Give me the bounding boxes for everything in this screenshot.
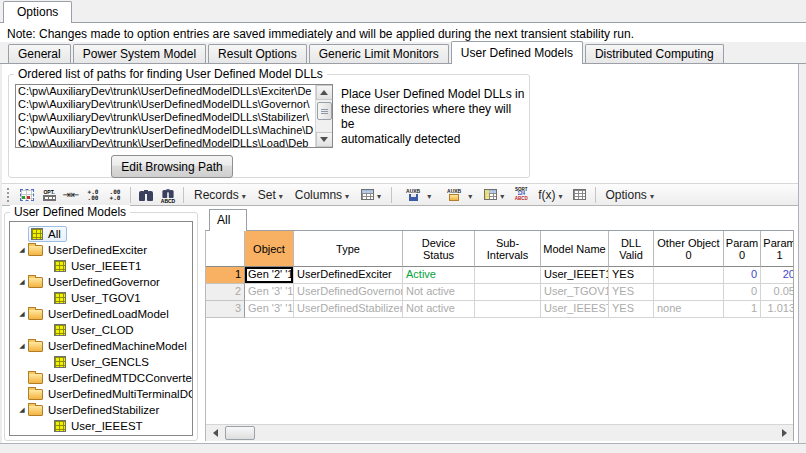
tree-item-folder[interactable]: UserDefinedStabilizer: [10, 402, 192, 418]
cell-other-object[interactable]: [654, 284, 724, 301]
cell-dll-valid[interactable]: YES: [609, 284, 654, 301]
tab-general[interactable]: General: [8, 44, 71, 63]
cell-other-object[interactable]: [654, 267, 724, 284]
save-aux-menu-button[interactable]: AUXB: [396, 185, 437, 205]
cell-model-name[interactable]: User_TGOV1: [541, 284, 609, 301]
dll-path-list[interactable]: C:\pw\AuxiliaryDev\trunk\UserDefinedMode…: [15, 84, 333, 148]
cell-sub-intervals[interactable]: [475, 301, 541, 318]
scrollbar-thumb[interactable]: [225, 426, 255, 440]
records-menu-button[interactable]: Records: [188, 185, 252, 205]
tree-item-model[interactable]: User_TGOV1: [54, 290, 192, 306]
scroll-down-icon[interactable]: [316, 132, 333, 147]
tab-generic-limit-monitors[interactable]: Generic Limit Monitors: [309, 44, 449, 63]
tree-item-model[interactable]: User_IEEEST: [54, 418, 192, 434]
cell-sub-intervals[interactable]: [475, 267, 541, 284]
tab-power-system-model[interactable]: Power System Model: [73, 44, 206, 63]
fx-menu-button[interactable]: f(x): [532, 185, 568, 205]
tab-distributed-computing[interactable]: Distributed Computing: [585, 44, 724, 63]
model-tree[interactable]: All UserDefinedExciter User_IEEET1 UserD…: [9, 221, 193, 436]
column-header-param-0[interactable]: Param 0: [724, 231, 761, 267]
column-header-dll-valid[interactable]: DLL Valid: [609, 231, 654, 267]
cell-param-1[interactable]: 1.013: [761, 301, 794, 318]
sort-icon[interactable]: SORT124ABCD: [510, 185, 532, 205]
column-header-object[interactable]: Object: [245, 231, 294, 267]
auto-size-columns-icon[interactable]: [60, 185, 82, 205]
tab-result-options[interactable]: Result Options: [208, 44, 307, 63]
grid-horizontal-scrollbar[interactable]: [206, 424, 793, 441]
cell-device-status[interactable]: Not active: [403, 301, 475, 318]
expand-arrow-icon[interactable]: [16, 276, 28, 288]
cell-model-name[interactable]: User_IEEEST: [541, 301, 609, 318]
cell-model-name[interactable]: User_IEEET1: [541, 267, 609, 284]
cell-param-0[interactable]: 0: [724, 284, 761, 301]
cell-rownum[interactable]: 3: [206, 301, 245, 318]
tree-item-all[interactable]: All: [28, 226, 192, 242]
columns-menu-button[interactable]: Columns: [289, 185, 355, 205]
grid-icon[interactable]: [569, 185, 591, 205]
tab-user-defined-models[interactable]: User Defined Models: [451, 41, 583, 64]
options-menu-button[interactable]: Options: [600, 185, 660, 205]
cell-object-selected[interactable]: Gen '2' '1': [245, 267, 294, 284]
cell-rownum[interactable]: 1: [206, 267, 245, 284]
cell-object[interactable]: Gen '3' '1': [245, 301, 294, 318]
set-menu-button[interactable]: Set: [252, 185, 289, 205]
tree-selection[interactable]: All: [28, 226, 67, 242]
column-header-param-1[interactable]: Param 1: [761, 231, 794, 267]
find-icon[interactable]: [135, 185, 157, 205]
tree-item-model[interactable]: User_GENCLS: [54, 354, 192, 370]
toolbar-grip[interactable]: [7, 188, 10, 202]
find-by-name-icon[interactable]: ABCD: [157, 185, 179, 205]
path-list-vertical-scrollbar[interactable]: [315, 85, 332, 147]
edit-browsing-path-button[interactable]: Edit Browsing Path: [111, 155, 233, 178]
dll-path-item[interactable]: C:\pw\AuxiliaryDev\trunk\UserDefinedMode…: [16, 85, 315, 98]
scroll-left-icon[interactable]: [206, 425, 223, 441]
dll-path-item[interactable]: C:\pw\AuxiliaryDev\trunk\UserDefinedMode…: [16, 137, 315, 148]
increase-decimals-icon[interactable]: +.0.00: [82, 185, 104, 205]
expand-arrow-icon[interactable]: [16, 340, 28, 352]
column-header-other-object[interactable]: Other Object 0: [654, 231, 724, 267]
cell-device-status[interactable]: Active: [403, 267, 475, 284]
dll-path-item[interactable]: C:\pw\AuxiliaryDev\trunk\UserDefinedMode…: [16, 124, 315, 137]
copy-paste-grid-menu-button[interactable]: [355, 185, 387, 205]
cell-type[interactable]: UserDefinedStabilizer: [294, 301, 403, 318]
cell-dll-valid[interactable]: YES: [609, 301, 654, 318]
column-header-device-status[interactable]: Device Status: [403, 231, 475, 267]
tree-item-folder[interactable]: UserDefinedMultiTerminalDC: [28, 386, 192, 402]
column-header-type[interactable]: Type: [294, 231, 403, 267]
cell-type[interactable]: UserDefinedExciter: [294, 267, 403, 284]
dll-path-item[interactable]: C:\pw\AuxiliaryDev\trunk\UserDefinedMode…: [16, 98, 315, 111]
load-aux-menu-button[interactable]: AUXB: [437, 185, 478, 205]
tree-item-folder[interactable]: UserDefinedGovernor: [10, 274, 192, 290]
tree-item-folder[interactable]: UserDefinedMachineModel: [10, 338, 192, 354]
cell-device-status[interactable]: Not active: [403, 284, 475, 301]
tree-item-model[interactable]: User_IEEET1: [54, 258, 192, 274]
cell-param-1[interactable]: 0.05: [761, 284, 794, 301]
cell-dll-valid[interactable]: YES: [609, 267, 654, 284]
cell-other-object[interactable]: none: [654, 301, 724, 318]
expand-arrow-icon[interactable]: [16, 244, 28, 256]
cell-object[interactable]: Gen '3' '1': [245, 284, 294, 301]
tree-item-folder[interactable]: UserDefinedMTDCConverter: [28, 370, 192, 386]
cell-param-0[interactable]: 0: [724, 267, 761, 284]
cell-type[interactable]: UserDefinedGovernor: [294, 284, 403, 301]
tree-item-model[interactable]: User_CLOD: [54, 322, 192, 338]
grid-view-menu-button[interactable]: [478, 185, 510, 205]
scroll-up-icon[interactable]: [316, 85, 333, 100]
column-header-model-name[interactable]: Model Name: [541, 231, 609, 267]
decrease-decimals-icon[interactable]: .00+.0: [104, 185, 126, 205]
tree-item-folder[interactable]: UserDefinedLoadModel: [10, 306, 192, 322]
grid-tab-all[interactable]: All: [209, 209, 247, 231]
cell-rownum[interactable]: 2: [206, 284, 245, 301]
expand-arrow-icon[interactable]: [16, 404, 28, 416]
tree-item-folder[interactable]: UserDefinedExciter: [10, 242, 192, 258]
column-header-sub-intervals[interactable]: Sub-Intervals: [475, 231, 541, 267]
tab-options[interactable]: Options: [3, 1, 72, 23]
expand-arrow-icon[interactable]: [16, 308, 28, 320]
grid-settings-icon[interactable]: [16, 185, 38, 205]
opt-grid-icon[interactable]: OPT.: [38, 185, 60, 205]
cell-param-1[interactable]: 20: [761, 267, 794, 284]
column-header-rownum[interactable]: [206, 231, 245, 267]
cell-sub-intervals[interactable]: [475, 284, 541, 301]
scroll-right-icon[interactable]: [776, 425, 793, 441]
dll-path-item[interactable]: C:\pw\AuxiliaryDev\trunk\UserDefinedMode…: [16, 111, 315, 124]
